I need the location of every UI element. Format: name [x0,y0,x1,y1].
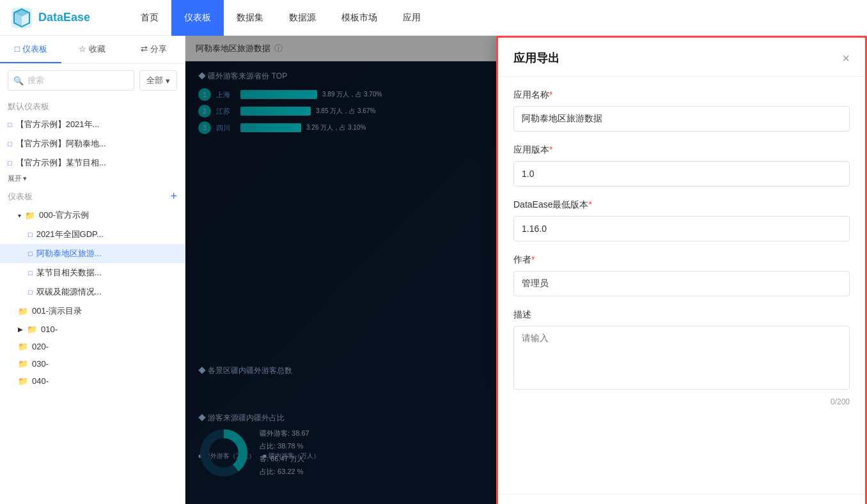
folder-icon-000: 📁 [25,211,35,220]
file-gdp[interactable]: □ 2021年全国GDP... [0,225,185,244]
main-layout: □ 仪表板 ☆ 收藏 ⇄ 分享 🔍 搜索 全部 ▾ 默认仪表板 □ [0,36,867,504]
favorites-tab-label: 收藏 [89,43,105,55]
app-name-label: 应用名称* [513,89,850,101]
author-group: 作者* [513,254,850,296]
nav-item-app[interactable]: 应用 [390,0,434,36]
modal-title: 应用导出 [513,50,559,66]
chevron-down-icon-2: ▾ [23,174,27,183]
dashboard-section-title: 仪表板 [8,191,33,202]
tab-favorites[interactable]: ☆ 收藏 [61,36,123,63]
app-version-input[interactable] [513,161,850,187]
required-star-1: * [549,89,552,100]
file-energy-label: 双碳及能源情况... [36,286,102,298]
nav-item-dashboard[interactable]: 仪表板 [171,0,224,36]
modal-header: 应用导出 × [498,38,865,77]
filter-label: 全部 [146,75,163,86]
expand-label: 展开 [8,174,22,183]
folder-001[interactable]: 📁 001-演示目录 [0,302,185,321]
file-icon-show: □ [28,269,33,277]
expand-button[interactable]: 展开 ▾ [0,172,185,185]
dashboard-tab-label: 仪表板 [22,43,47,55]
app-version-label: 应用版本* [513,144,850,156]
default-section-title: 默认仪表板 [0,97,185,115]
top-nav: DataEase 首页 仪表板 数据集 数据源 模板市场 应用 [0,0,867,36]
folder-000[interactable]: ▾ 📁 000-官方示例 [0,206,185,225]
chevron-right-icon-010: ▶ [18,326,23,333]
folder-040-label: 040- [32,376,49,386]
dashboard-section-header: 仪表板 + [0,185,185,206]
search-placeholder: 搜索 [27,75,44,86]
sidebar-tabs: □ 仪表板 ☆ 收藏 ⇄ 分享 [0,36,185,64]
folder-icon-001: 📁 [18,307,28,316]
folder-icon-010: 📁 [27,325,37,334]
file-aletai[interactable]: □ 阿勒泰地区旅游... [0,244,185,263]
file-icon-2: □ [8,140,12,148]
folder-000-label: 000-官方示例 [39,210,89,221]
nav-item-datasource[interactable]: 数据源 [276,0,329,36]
chevron-down-icon: ▾ [166,76,170,86]
folder-010[interactable]: ▶ 📁 010- [0,321,185,338]
description-label: 描述 [513,309,850,321]
default-item-3[interactable]: □ 【官方示例】某节目相... [0,153,185,172]
folder-030[interactable]: 📁 030- [0,355,185,372]
share-icon: ⇄ [141,44,148,54]
tab-dashboard[interactable]: □ 仪表板 [0,36,61,63]
textarea-counter: 0/200 [513,397,850,406]
file-icon-aletai: □ [28,250,33,257]
folder-001-label: 001-演示目录 [32,305,82,317]
app-name-input[interactable] [513,106,850,132]
folder-020[interactable]: 📁 020- [0,338,185,355]
folder-010-label: 010- [41,325,58,334]
default-item-1-label: 【官方示例】2021年... [16,119,100,130]
nav-item-home[interactable]: 首页 [128,0,171,36]
add-dashboard-button[interactable]: + [170,190,177,203]
file-show[interactable]: □ 某节目相关数据... [0,263,185,282]
modal-footer: 取消 导出 [498,494,865,504]
description-textarea[interactable] [513,326,850,390]
folder-icon-020: 📁 [18,342,28,351]
description-group: 描述 0/200 [513,309,850,406]
author-input[interactable] [513,271,850,296]
close-button[interactable]: × [842,52,850,65]
file-icon-1: □ [8,121,12,128]
search-box[interactable]: 🔍 搜索 [8,70,134,91]
logo-area: DataEase [0,6,128,29]
min-version-input[interactable] [513,216,850,241]
file-energy[interactable]: □ 双碳及能源情况... [0,282,185,302]
filter-button[interactable]: 全部 ▾ [139,70,177,91]
app-name-group: 应用名称* [513,89,850,132]
content-area: 阿勒泰地区旅游数据 ⓘ 疆外游客 38.67 （万人） 阿勒 ◆ 疆外游客来源省… [185,36,867,504]
required-star-2: * [549,144,552,155]
file-aletai-label: 阿勒泰地区旅游... [36,248,102,259]
folder-icon-040: 📁 [18,376,28,386]
logo-icon [10,6,33,29]
file-gdp-label: 2021年全国GDP... [36,229,104,240]
app-version-group: 应用版本* [513,144,850,187]
folder-040[interactable]: 📁 040- [0,372,185,390]
folder-icon-030: 📁 [18,359,28,369]
required-star-3: * [588,199,591,210]
chevron-down-icon-3: ▾ [18,212,21,219]
file-show-label: 某节目相关数据... [36,267,102,279]
default-item-2[interactable]: □ 【官方示例】阿勒泰地... [0,134,185,153]
folder-030-label: 030- [32,359,49,369]
modal-body: 应用名称* 应用版本* DataEase最低版本* [498,77,865,494]
required-star-4: * [531,254,535,264]
share-tab-label: 分享 [150,43,167,55]
tab-share[interactable]: ⇄ 分享 [123,36,185,63]
nav-items: 首页 仪表板 数据集 数据源 模板市场 应用 [128,0,867,36]
logo-text: DataEase [38,11,90,24]
min-version-group: DataEase最低版本* [513,199,850,241]
nav-item-template[interactable]: 模板市场 [329,0,390,36]
file-icon-3: □ [8,159,12,167]
min-version-label: DataEase最低版本* [513,199,850,211]
sidebar-search-area: 🔍 搜索 全部 ▾ [0,64,185,97]
folder-020-label: 020- [32,342,49,351]
search-icon: 🔍 [13,76,24,86]
default-item-1[interactable]: □ 【官方示例】2021年... [0,115,185,134]
file-icon-gdp: □ [28,231,33,238]
dashboard-tab-icon: □ [15,44,20,54]
export-modal: 应用导出 × 应用名称* 应用版本* [496,36,867,504]
file-icon-energy: □ [28,288,33,296]
nav-item-dataset[interactable]: 数据集 [224,0,276,36]
